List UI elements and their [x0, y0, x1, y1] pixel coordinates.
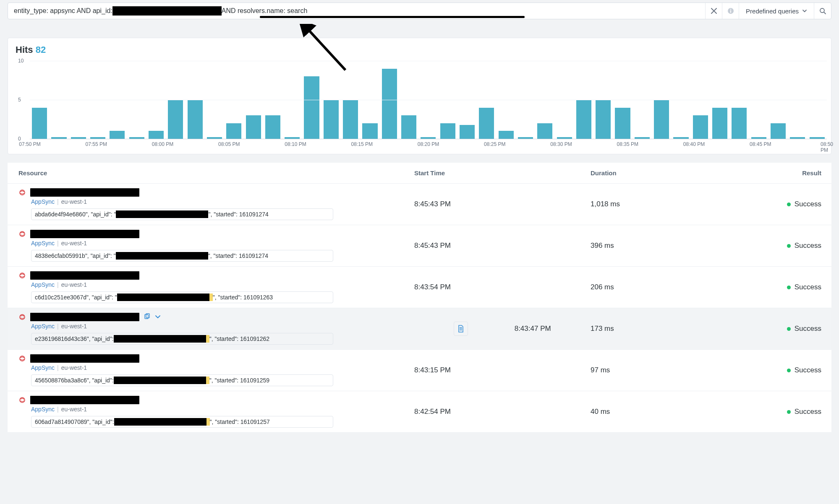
col-result[interactable]: Result [767, 169, 821, 177]
duration-value: 40 ms [591, 408, 767, 416]
bar-slot [477, 108, 496, 139]
chart-bar[interactable] [343, 100, 358, 139]
open-document-button[interactable] [454, 322, 468, 336]
redacted-api-id [117, 294, 209, 301]
appsync-icon [18, 355, 26, 362]
redacted-api-id [112, 6, 222, 16]
bar-slot [166, 100, 185, 139]
chart-bar[interactable] [615, 108, 630, 139]
x-tick-label: 08:40 PM [683, 141, 705, 147]
predefined-queries-dropdown[interactable]: Predefined queries [739, 3, 814, 19]
x-tick-label: 08:20 PM [418, 141, 439, 147]
duration-value: 1,018 ms [591, 200, 767, 208]
chart-bar[interactable] [479, 108, 494, 139]
table-row[interactable]: AppSync|eu-west-1abda6de4f94e6860", "api… [8, 184, 831, 225]
table-row[interactable]: AppSync|eu-west-1e236196816d43c36", "api… [8, 308, 831, 350]
chart-bar[interactable] [149, 131, 164, 139]
snippet-id: abda6de4f94e6860", "api_id": " [35, 211, 116, 218]
chart-bar[interactable] [304, 76, 319, 139]
chart-bar[interactable] [537, 123, 552, 139]
bar-slot [302, 76, 321, 139]
chart-bar[interactable] [576, 100, 591, 139]
snippet-box: e236196816d43c36", "api_id": ", "started… [31, 333, 333, 345]
chart-bar[interactable] [732, 108, 747, 139]
hits-count: 82 [36, 44, 46, 55]
search-icon [819, 8, 826, 14]
chart-bar[interactable] [246, 115, 261, 139]
col-resource[interactable]: Resource [18, 169, 414, 177]
status-dot-icon [787, 286, 791, 289]
col-start-time[interactable]: Start Time [414, 169, 591, 177]
chart-bar[interactable] [401, 115, 416, 139]
bar-slot [399, 115, 418, 139]
snippet-box: abda6de4f94e6860", "api_id": "", "starte… [31, 208, 333, 220]
chart-bar[interactable] [654, 100, 669, 139]
chart-bar[interactable] [440, 123, 455, 139]
chart-bar[interactable] [226, 123, 241, 139]
snippet-id: 456508876ba3a8c6", "api_id": [35, 377, 114, 384]
bar-slot [497, 131, 516, 139]
table-row[interactable]: AppSync|eu-west-1456508876ba3a8c6", "api… [8, 350, 831, 391]
hits-chart[interactable]: 07:50 PM07:55 PM08:00 PM08:05 PM08:10 PM… [18, 58, 827, 151]
redacted-resource-name [30, 313, 139, 321]
redacted-api-id [114, 418, 206, 426]
x-tick-label: 08:05 PM [218, 141, 240, 147]
hits-title: Hits 82 [8, 44, 831, 58]
chart-bar[interactable] [693, 115, 708, 139]
bar-slot [380, 69, 399, 139]
service-label: AppSync [31, 406, 55, 413]
chart-bar[interactable] [596, 100, 611, 139]
gridline [30, 61, 827, 61]
table-row[interactable]: AppSync|eu-west-1606ad7a814907089", "api… [8, 391, 831, 433]
resource-cell: AppSync|eu-west-1c6d10c251ee3067d", "api… [18, 271, 414, 303]
hits-label: Hits [16, 44, 33, 55]
table-row[interactable]: AppSync|eu-west-14838e6cfab05991b", "api… [8, 225, 831, 267]
snippet-tail: ", "started": 161091257 [210, 418, 270, 425]
start-time-value: 8:43:47 PM [515, 325, 551, 333]
resource-cell: AppSync|eu-west-1e236196816d43c36", "api… [18, 313, 414, 345]
search-bar: entity_type: appsync AND api_id: AND res… [8, 3, 831, 19]
snippet-tail: ", "started": 161091262 [209, 335, 269, 342]
chart-bar[interactable] [324, 100, 339, 139]
chart-bar[interactable] [712, 108, 727, 139]
table-row[interactable]: AppSync|eu-west-1c6d10c251ee3067d", "api… [8, 267, 831, 308]
bar-slot [107, 131, 127, 139]
bar-slot [243, 115, 263, 139]
redacted-api-id [116, 210, 208, 218]
snippet-tail: ", "started": 161091263 [213, 294, 273, 301]
search-button[interactable] [814, 3, 831, 19]
chart-bar[interactable] [168, 100, 183, 139]
bar-slot [613, 108, 632, 139]
bar-slot [710, 108, 729, 139]
chevron-down-icon[interactable] [154, 313, 161, 321]
y-tick-label: 5 [18, 97, 21, 103]
bar-slot [224, 123, 243, 139]
snippet-id: 606ad7a814907089", "api_id": [35, 418, 114, 425]
chart-bar[interactable] [188, 100, 203, 139]
resource-meta: AppSync|eu-west-1 [31, 198, 414, 205]
predefined-queries-label: Predefined queries [746, 8, 799, 15]
chart-bar[interactable] [32, 108, 47, 139]
chart-bar[interactable] [499, 131, 514, 139]
chart-bar[interactable] [382, 69, 397, 139]
chart-bar[interactable] [460, 125, 475, 139]
search-info-button[interactable] [722, 3, 739, 19]
redacted-resource-name [30, 271, 139, 280]
search-input[interactable]: entity_type: appsync AND api_id: AND res… [8, 3, 706, 19]
x-tick-label: 07:50 PM [19, 141, 40, 147]
bar-slot [535, 123, 554, 139]
chart-bar[interactable] [265, 115, 280, 139]
snippet-id: e236196816d43c36", "api_id": [35, 335, 114, 342]
service-label: AppSync [31, 281, 55, 288]
chart-bar[interactable] [771, 123, 786, 139]
chart-bar[interactable] [362, 123, 377, 139]
copy-icon[interactable] [144, 313, 150, 321]
chart-bar[interactable] [110, 131, 125, 139]
info-icon [727, 8, 734, 14]
duration-value: 97 ms [591, 366, 767, 374]
chevron-down-icon [802, 8, 807, 15]
col-duration[interactable]: Duration [591, 169, 767, 177]
y-tick-label: 10 [18, 58, 24, 64]
clear-search-button[interactable] [706, 3, 722, 19]
resource-meta: AppSync|eu-west-1 [31, 364, 414, 371]
